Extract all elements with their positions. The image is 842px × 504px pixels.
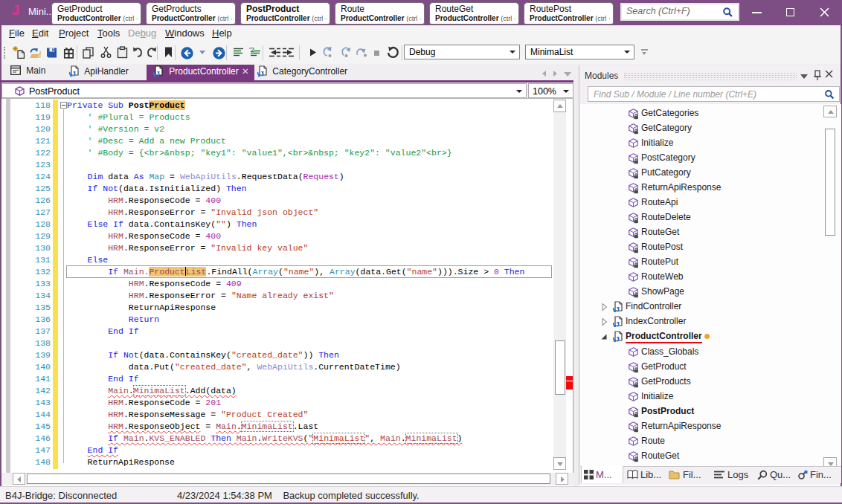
svg-text:'2: '2: [249, 46, 254, 54]
